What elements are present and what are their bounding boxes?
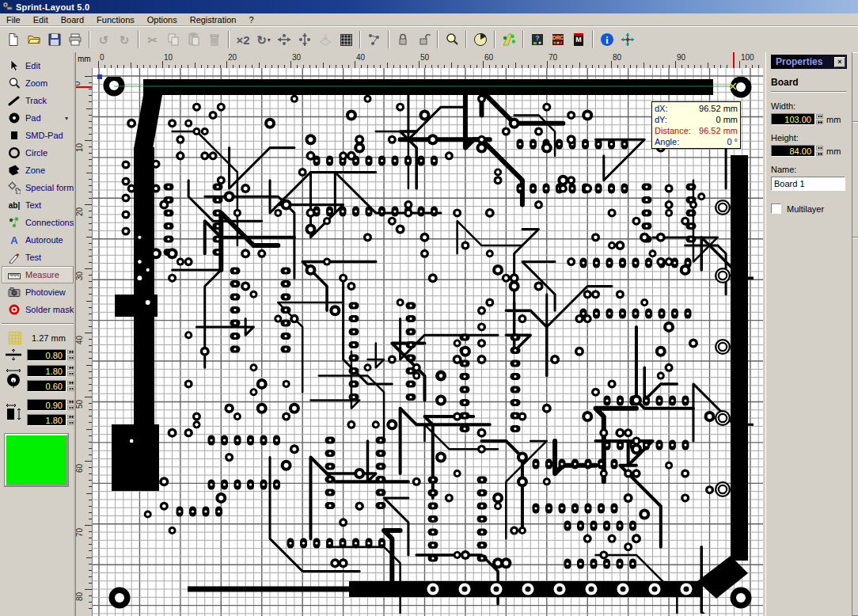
photoview-button[interactable] — [470, 29, 491, 50]
layer-color-swatch[interactable] — [5, 434, 68, 486]
pcb-canvas[interactable]: dX:96.52 mmdY:0 mmDistance:96.52 mmAngle… — [92, 68, 762, 616]
change-layer-icon — [318, 32, 332, 47]
toolbar-separator — [138, 31, 139, 48]
origin-icon — [621, 32, 635, 47]
new-file-button[interactable] — [3, 29, 24, 50]
pad-icon — [7, 112, 21, 124]
mirror-horizontal-button[interactable] — [274, 29, 294, 50]
duplicate-button[interactable]: ×2 — [233, 29, 253, 50]
pad-drill-spinner[interactable] — [67, 380, 74, 392]
pad-outer-field[interactable]: 1.80 — [27, 365, 66, 377]
menu-item-registration[interactable]: Registration — [184, 14, 243, 25]
smd-width-spinner[interactable] — [67, 399, 74, 411]
panel-divider — [2, 323, 74, 325]
solder-mask-icon — [7, 303, 21, 316]
test-button[interactable]: ? — [527, 29, 548, 50]
open-icon — [27, 32, 41, 47]
pad-outer-spinner[interactable] — [67, 365, 74, 377]
board-width-spinner[interactable] — [816, 113, 823, 125]
tool-zoom[interactable]: Zoom — [2, 74, 74, 92]
tool-label: Track — [25, 96, 47, 105]
tool-text[interactable]: ab|Text — [2, 196, 74, 214]
smd-width-field[interactable]: 0.90 — [27, 399, 66, 411]
menu-item-board[interactable]: Board — [55, 14, 90, 25]
tool-zone[interactable]: Zone — [2, 162, 74, 179]
mirror-vertical-button[interactable] — [294, 29, 315, 50]
board-height-field[interactable]: 84.00 — [771, 145, 815, 157]
properties-header[interactable]: Properties × — [771, 55, 847, 69]
tool-solder-mask[interactable]: Solder mask — [2, 301, 74, 318]
svg-text:?: ? — [535, 34, 540, 42]
multilayer-checkbox[interactable] — [771, 203, 781, 214]
origin-button[interactable] — [617, 29, 638, 50]
drc-button[interactable]: DRC — [548, 29, 568, 50]
photoview-icon — [473, 32, 488, 47]
menu-item-[interactable]: ? — [242, 14, 260, 25]
app-icon — [2, 2, 13, 12]
menu-item-edit[interactable]: Edit — [27, 14, 55, 25]
menu-item-functions[interactable]: Functions — [90, 14, 141, 25]
dropdown-arrow-icon[interactable]: ▾ — [268, 36, 271, 44]
tool-connections[interactable]: Connections — [2, 214, 74, 231]
right-strip-segment — [852, 122, 858, 238]
change-layer-button — [315, 29, 336, 50]
autoroute-button[interactable] — [499, 29, 519, 50]
name-label: Name: — [771, 165, 847, 174]
zoom-button[interactable] — [442, 29, 462, 50]
smd-height-field[interactable]: 1.80 — [27, 414, 66, 426]
smd-height-spinner[interactable] — [67, 414, 74, 426]
board-height-spinner[interactable] — [816, 145, 823, 157]
dropdown-arrow-icon[interactable]: ▾ — [65, 115, 68, 122]
cursor-icon — [7, 59, 21, 72]
tool-special-form[interactable]: Special form — [2, 179, 74, 196]
tool-edit[interactable]: Edit — [2, 57, 74, 74]
lock-button[interactable] — [393, 29, 413, 50]
menu-item-file[interactable]: File — [0, 14, 27, 25]
circle-icon — [7, 146, 21, 159]
tool-autoroute[interactable]: AAutoroute — [2, 231, 74, 249]
unlock-button[interactable] — [413, 29, 434, 50]
open-button[interactable] — [24, 29, 44, 50]
magnifier-icon — [445, 32, 459, 47]
mirror-horizontal-icon — [277, 32, 291, 47]
toolbar-separator — [494, 31, 495, 48]
pad-drill-field[interactable]: 0.60 — [27, 380, 66, 392]
board-width-field[interactable]: 103.00 — [771, 113, 815, 125]
tool-label: Autoroute — [25, 235, 63, 245]
ground-plane-button[interactable] — [336, 29, 356, 50]
tool-photoview[interactable]: Photoview — [2, 283, 74, 301]
tool-smd-pad[interactable]: SMD-Pad — [2, 127, 74, 144]
grid-icon[interactable] — [5, 330, 25, 346]
right-edge-strip — [852, 52, 858, 616]
board-name-input[interactable] — [771, 177, 845, 191]
rotate-button[interactable]: ↻▾ — [253, 29, 274, 50]
info-button[interactable]: i — [597, 29, 617, 50]
connections-icon — [7, 216, 21, 229]
save-button[interactable] — [44, 29, 65, 50]
tool-panel: EditZoomTrackPad▾SMD-PadCircleZoneSpecia… — [0, 52, 76, 616]
measure-tooltip: dX:96.52 mmdY:0 mmDistance:96.52 mmAngle… — [651, 101, 741, 149]
macros-button[interactable]: M — [568, 29, 589, 50]
toolbar-separator — [89, 31, 90, 48]
print-button[interactable] — [65, 29, 85, 50]
menu-item-options[interactable]: Options — [141, 14, 184, 25]
close-icon[interactable]: × — [834, 57, 845, 67]
title-bar[interactable]: Sprint-Layout 5.0 — [0, 0, 858, 13]
tool-track[interactable]: Track — [2, 92, 74, 109]
tool-circle[interactable]: Circle — [2, 144, 74, 162]
optimize-connections-button[interactable] — [364, 29, 385, 50]
track-width-spinner[interactable] — [67, 349, 74, 361]
ruler-unit-label: mm — [76, 52, 92, 68]
macros-icon: M — [571, 32, 586, 47]
right-strip-segment — [852, 52, 858, 122]
height-label: Height: — [771, 133, 847, 143]
tool-pad[interactable]: Pad▾ — [2, 109, 74, 127]
tool-test[interactable]: Test — [2, 249, 74, 266]
pcb-artwork — [93, 68, 763, 616]
tool-measure[interactable]: Measure — [2, 266, 74, 283]
height-unit: mm — [826, 146, 841, 156]
track-width-field[interactable]: 0.80 — [27, 349, 66, 361]
tool-label: Special form — [25, 183, 74, 192]
horizontal-ruler: 0102030405060708090100 — [92, 52, 762, 68]
grid-value[interactable]: 1.27 mm — [32, 333, 66, 343]
